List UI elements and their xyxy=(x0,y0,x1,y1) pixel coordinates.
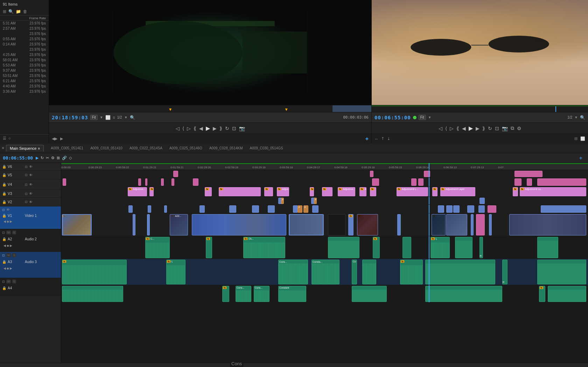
source-fit-arrow[interactable]: ▼ xyxy=(100,115,103,119)
track-row-a4[interactable]: fx Cons... Cons... Constant xyxy=(61,285,588,303)
clip-a4-4[interactable]: Cons... xyxy=(254,286,270,302)
a2-solo[interactable]: S xyxy=(12,231,16,234)
a4-mute[interactable]: M xyxy=(6,280,11,283)
clip-a2-4[interactable] xyxy=(328,237,359,258)
clip-v1-1[interactable]: fx xyxy=(62,214,92,235)
program-next-frame[interactable]: ▶ xyxy=(476,126,479,131)
v6-lock[interactable]: 🔒 xyxy=(2,165,6,169)
list-item[interactable]: 53:51 AM23.976 fps xyxy=(0,73,49,78)
program-scrubber[interactable] xyxy=(372,105,588,112)
clip-a2-6[interactable] xyxy=(402,237,411,258)
clip-a4-6[interactable] xyxy=(352,286,387,302)
a2-add-btn[interactable]: ◆ xyxy=(7,244,9,247)
clip-a4-1[interactable] xyxy=(62,286,123,302)
clip-v2-15[interactable] xyxy=(467,205,474,213)
clip-a2-7[interactable]: fx L xyxy=(430,237,450,258)
source-zoom-icon[interactable]: 🔍 xyxy=(130,115,135,120)
a3-add-btn[interactable]: ◆ xyxy=(7,267,9,270)
program-fit-arrow[interactable]: ▼ xyxy=(428,115,432,119)
clip-adj-v4-15[interactable]: fx xyxy=(513,187,518,196)
program-settings[interactable]: ⚙ xyxy=(517,126,522,131)
folder-icon[interactable]: 📁 xyxy=(16,9,21,14)
clip-a2-8[interactable] xyxy=(455,237,472,258)
source-step-fwd[interactable]: ⟫ xyxy=(219,126,222,131)
sequence-tab-main[interactable]: Main Sequence ≡ xyxy=(6,145,44,151)
source-mark-in[interactable]: ◁ xyxy=(176,126,180,131)
program-step-back[interactable]: ⟪ xyxy=(456,126,459,131)
list-item[interactable]: 23.976 fps xyxy=(0,31,49,36)
track-row-v2[interactable]: F F xyxy=(61,205,588,213)
clip-v2-9[interactable]: F xyxy=(298,205,302,213)
clip-v5-2[interactable] xyxy=(138,178,141,186)
clip-v2-18[interactable] xyxy=(541,205,586,213)
clip-v2-6[interactable] xyxy=(252,205,259,213)
source-scale[interactable]: 1/2 xyxy=(117,115,122,119)
clip-v6-3[interactable] xyxy=(424,171,430,177)
clip-v2-11[interactable] xyxy=(312,205,318,213)
program-extract-icon[interactable]: ⤒ xyxy=(381,136,384,141)
tl-razor-tool[interactable]: ✂ xyxy=(46,156,49,160)
clip-v5-12[interactable] xyxy=(537,178,586,186)
clip-v6-4[interactable] xyxy=(514,171,542,177)
clip-a4-9[interactable] xyxy=(548,286,586,302)
program-safe-zones[interactable]: ⊡ xyxy=(495,126,499,131)
v4-fx-icon[interactable]: ⊡ xyxy=(25,183,28,186)
clip-v1-4[interactable]: fx A00... xyxy=(170,214,188,235)
clip-v1-8[interactable]: fx A01... xyxy=(357,214,378,235)
list-item[interactable]: 23.976 fps xyxy=(0,47,49,52)
clip-v2-12[interactable] xyxy=(438,205,444,213)
clip-a2-5[interactable]: fx xyxy=(373,237,380,258)
v2-lock[interactable]: 🔒 xyxy=(2,200,6,204)
a3-prev-btn[interactable]: ◀ xyxy=(4,267,6,270)
clip-v6-2[interactable] xyxy=(370,171,373,177)
list-item[interactable]: 5:31 AM23.976 fps xyxy=(0,21,49,26)
clip-v2-3[interactable] xyxy=(164,205,167,213)
clip-a2-9[interactable]: R xyxy=(479,237,483,258)
clip-v1-10[interactable]: fx shut... xyxy=(432,214,446,235)
clip-adj-v4-6[interactable]: fxAdjus... xyxy=(277,187,289,196)
list-item[interactable]: 6:21 AM23.976 fps xyxy=(0,78,49,84)
clip-v3-4[interactable]: F xyxy=(314,198,317,204)
delete-icon[interactable]: 🗑 xyxy=(23,9,27,14)
search-bottom-icon[interactable]: ○ xyxy=(8,136,11,141)
clip-a3-9[interactable]: R xyxy=(502,260,507,284)
source-play[interactable]: ▶ xyxy=(206,125,210,132)
clip-v1-9[interactable] xyxy=(397,214,401,235)
clip-a3-10[interactable] xyxy=(537,260,586,284)
clip-a2-1[interactable]: fx C... xyxy=(145,237,170,258)
clip-adj-v4-1[interactable]: fx Adjustme... xyxy=(128,187,147,196)
clip-v5-7[interactable] xyxy=(372,178,379,186)
tl-settings-icon[interactable]: ⚙ xyxy=(51,156,55,160)
source-fullscreen-icon[interactable]: ⬜ xyxy=(105,115,111,120)
a2-prev-btn[interactable]: ◀ xyxy=(4,244,6,247)
clip-v5-9[interactable] xyxy=(418,178,424,186)
clip-v1-2[interactable] xyxy=(133,214,135,235)
clip-adj-v4-11[interactable]: fx xyxy=(370,187,376,196)
v1-add-btn[interactable]: ◆ xyxy=(7,220,9,223)
clip-adj-v4-12[interactable]: fxAdjustment L... xyxy=(397,187,428,196)
clip-a3-5[interactable]: Co xyxy=(352,260,357,284)
source-settings-icon[interactable]: ≡ xyxy=(113,115,115,120)
list-item[interactable]: 5:53 AM23.976 fps xyxy=(0,63,49,68)
grid-icon[interactable]: ⊞ xyxy=(3,9,6,14)
v4-lock[interactable]: 🔒 xyxy=(2,183,6,186)
program-btn-2[interactable]: ⊟ xyxy=(574,136,578,141)
program-trim-icon[interactable]: ↔ xyxy=(374,137,378,141)
clip-adj-v4-8[interactable]: fx xyxy=(322,187,332,196)
clip-a4-3[interactable]: Cons... xyxy=(236,286,251,302)
clip-v5-5[interactable] xyxy=(172,178,174,186)
v6-eye[interactable]: 👁 xyxy=(29,165,33,169)
clip-adj-v4-9[interactable]: fxAdjustme... xyxy=(338,187,355,196)
timeline-scrollbar[interactable] xyxy=(0,363,588,367)
a2-mute[interactable]: M xyxy=(6,231,11,234)
list-item[interactable]: 4:40 AM23.976 fps xyxy=(0,84,49,89)
clip-adj-v4-3[interactable]: fx xyxy=(205,187,212,196)
clip-v5-11[interactable] xyxy=(527,178,532,186)
source-export-frame[interactable]: 📷 xyxy=(239,126,245,131)
search-icon[interactable]: 🔍 xyxy=(8,9,14,14)
list-item[interactable]: 0:55 AM23.976 fps xyxy=(0,36,49,42)
tl-marker-icon[interactable]: ◇ xyxy=(69,156,72,160)
tl-snap-icon[interactable]: ⊞ xyxy=(57,156,60,160)
list-item[interactable]: 4:25 AM23.976 fps xyxy=(0,52,49,57)
clip-a4-8[interactable]: fx xyxy=(539,286,545,302)
